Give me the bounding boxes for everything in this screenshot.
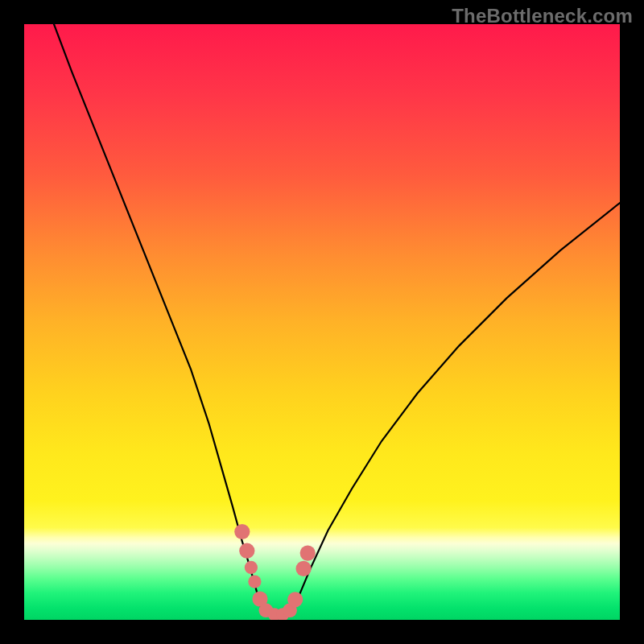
bead-marker [296, 561, 312, 576]
bead-marker [300, 546, 316, 561]
bead-marker [234, 524, 250, 539]
bead-marker [287, 592, 303, 607]
outer-frame: TheBottleneck.com [0, 0, 644, 644]
bead-marker [248, 576, 261, 588]
plot-area [24, 24, 620, 620]
watermark-text: TheBottleneck.com [452, 5, 633, 27]
bead-marker [245, 561, 258, 574]
chart-svg [24, 24, 620, 620]
gradient-background [24, 24, 620, 620]
bead-marker [239, 543, 254, 559]
